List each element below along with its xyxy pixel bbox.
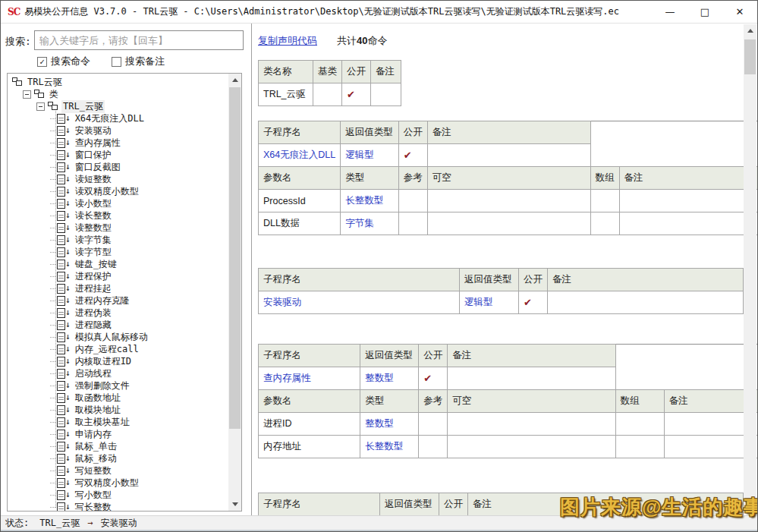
down-arrow-icon: ↓: [65, 138, 71, 147]
copy-declaration-link[interactable]: 复制声明代码: [258, 34, 317, 48]
method-doc-icon: [57, 272, 65, 282]
column-header: 公开: [519, 269, 548, 291]
column-header: 备注: [427, 121, 590, 144]
tree-leaf-method[interactable]: ↓写双精度小数型: [8, 477, 228, 489]
type-link[interactable]: 长整数型: [360, 436, 419, 458]
tree-leaf-method[interactable]: ↓进程内存克隆: [8, 294, 228, 307]
search-command-checkbox[interactable]: ✓ 搜索命令: [37, 55, 90, 68]
tree-node-class-group[interactable]: 类: [8, 88, 228, 100]
close-button[interactable]: ✕: [722, 1, 757, 23]
tree-leaf-method[interactable]: ↓取函数地址: [8, 392, 228, 404]
maximize-button[interactable]: □: [687, 1, 722, 23]
method-doc-icon: [57, 332, 65, 342]
scroll-up-button[interactable]: [744, 24, 756, 37]
column-header: 数组: [590, 167, 619, 190]
search-input[interactable]: [34, 30, 244, 50]
tree-leaf-method[interactable]: ↓鼠标_单击: [8, 440, 228, 452]
tree-leaf-method[interactable]: ↓查内存属性: [8, 137, 228, 149]
type-link[interactable]: 字节集: [341, 212, 399, 235]
tree-leaf-method[interactable]: ↓启动线程: [8, 367, 228, 379]
tree-leaf-method[interactable]: ↓内存_远程call: [8, 343, 228, 355]
column-header: 公开: [398, 121, 427, 144]
tree-leaf-method[interactable]: ↓强制删除文件: [8, 379, 228, 392]
down-arrow-icon: ↓: [65, 381, 71, 390]
type-link[interactable]: 安装驱动: [259, 291, 460, 314]
cell: 内存地址: [259, 436, 360, 458]
tree-branch-stub: [50, 373, 55, 374]
tree-leaf-method[interactable]: ↓取主模块基址: [8, 416, 228, 428]
cell: [419, 436, 448, 458]
table-header-row: 类名称基类公开备注: [259, 61, 401, 83]
cell: [448, 436, 615, 458]
cell: [590, 212, 619, 235]
down-arrow-icon: ↓: [65, 175, 71, 184]
type-link[interactable]: 整数型: [360, 413, 419, 436]
tree-leaf-method[interactable]: ↓键盘_按键: [8, 258, 228, 270]
tree-leaf-method[interactable]: ↓写小数型: [8, 489, 228, 501]
method-doc-icon: [57, 345, 65, 354]
down-arrow-icon: ↓: [65, 199, 71, 208]
tree-leaf-method[interactable]: ↓进程伪装: [8, 307, 228, 319]
method-doc-icon: [57, 114, 65, 124]
type-link[interactable]: 逻辑型: [341, 144, 399, 167]
tree-leaf-method[interactable]: ↓进程挂起: [8, 282, 228, 294]
tree-node-class[interactable]: TRL_云驱: [8, 100, 228, 112]
tree-leaf-method[interactable]: ↓读短整数: [8, 173, 228, 185]
tree-leaf-method[interactable]: ↓窗口保护: [8, 149, 228, 161]
tree-leaf-method[interactable]: ↓写短整数: [8, 464, 228, 477]
tree-leaf-method[interactable]: ↓读小数型: [8, 197, 228, 209]
tree-leaf-method[interactable]: ↓进程隐藏: [8, 319, 228, 331]
method-doc-icon: [57, 357, 65, 367]
column-header: 可空: [448, 390, 615, 413]
type-link[interactable]: X64无痕注入DLL: [259, 144, 341, 167]
down-arrow-icon: ↓: [65, 490, 71, 499]
cell: ProcessId: [259, 190, 341, 212]
tree-node-root[interactable]: TRL云驱: [8, 76, 228, 88]
table-row: DLL数据字节集: [259, 212, 758, 235]
tree-leaf-method[interactable]: ↓内核取进程ID: [8, 355, 228, 367]
tree-leaf-method[interactable]: ↓读整数型: [8, 222, 228, 234]
method-doc-icon: [57, 490, 65, 500]
tree-leaf-method[interactable]: ↓读字节型: [8, 246, 228, 258]
content-scrollbar[interactable]: [744, 24, 756, 514]
scroll-up-button[interactable]: [228, 74, 241, 87]
method-doc-icon: [57, 393, 65, 403]
tree-leaf-method[interactable]: ↓模拟真人鼠标移动: [8, 331, 228, 343]
command-table: 类名称基类公开备注TRL_云驱✔: [258, 60, 401, 106]
tree-branch-stub: [50, 386, 55, 386]
tree-leaf-method[interactable]: ↓读字节集: [8, 234, 228, 246]
command-count: 共计40命令: [337, 34, 387, 48]
scroll-thumb[interactable]: [229, 87, 241, 429]
tree-branch-stub: [50, 228, 55, 228]
scroll-down-button[interactable]: [228, 498, 241, 511]
module-icon: [34, 90, 45, 99]
method-doc-icon: [57, 296, 65, 306]
method-doc-icon: [57, 430, 65, 439]
tree-scrollbar[interactable]: [228, 74, 241, 511]
tree-leaf-method[interactable]: ↓读双精度小数型: [8, 185, 228, 197]
tree-leaf-method[interactable]: ↓读长整数: [8, 209, 228, 222]
minimize-button[interactable]: —: [653, 1, 687, 23]
scroll-thumb[interactable]: [744, 39, 756, 74]
type-link[interactable]: 逻辑型: [460, 291, 519, 314]
type-link[interactable]: 查内存属性: [259, 367, 360, 390]
tree-leaf-method[interactable]: ↓窗口反截图: [8, 161, 228, 173]
tree-leaf-method[interactable]: ↓安装驱动: [8, 124, 228, 137]
down-arrow-icon: ↓: [65, 114, 71, 123]
tree-leaf-method[interactable]: ↓鼠标_移动: [8, 452, 228, 464]
tree-leaf-method[interactable]: ↓X64无痕注入DLL: [8, 112, 228, 124]
tree-leaf-method[interactable]: ↓申请内存: [8, 428, 228, 440]
method-doc-icon: [57, 284, 65, 294]
collapse-expander-icon[interactable]: [23, 90, 31, 99]
type-link[interactable]: 长整数型: [341, 190, 399, 212]
down-arrow-icon: ↓: [65, 260, 71, 269]
tree-leaf-method[interactable]: ↓取模块地址: [8, 404, 228, 416]
down-arrow-icon: ↓: [65, 369, 71, 378]
tree-leaf-method[interactable]: ↓进程保护: [8, 270, 228, 282]
collapse-expander-icon[interactable]: [36, 102, 45, 111]
public-check-icon: ✔: [419, 367, 448, 390]
search-comment-checkbox[interactable]: 搜索备注: [112, 55, 165, 68]
type-link[interactable]: 整数型: [360, 367, 419, 390]
column-header: 返回值类型: [341, 121, 399, 144]
tree-leaf-method[interactable]: ↓写长整数: [8, 501, 228, 512]
